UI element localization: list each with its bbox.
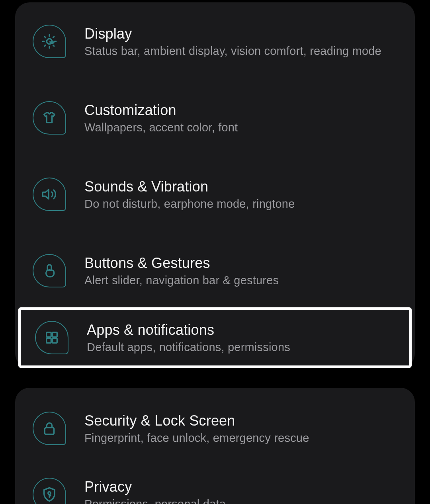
svg-rect-13 bbox=[53, 338, 57, 343]
apps-icon bbox=[35, 321, 68, 354]
settings-group-2: Security & Lock Screen Fingerprint, face… bbox=[15, 388, 415, 504]
settings-item-title: Display bbox=[84, 25, 381, 42]
shield-key-icon bbox=[33, 478, 66, 504]
settings-item-security[interactable]: Security & Lock Screen Fingerprint, face… bbox=[15, 401, 415, 455]
settings-item-apps-notifications[interactable]: Apps & notifications Default apps, notif… bbox=[21, 310, 409, 365]
settings-item-subtitle: Fingerprint, face unlock, emergency resc… bbox=[84, 432, 309, 445]
settings-item-buttons-gestures[interactable]: Buttons & Gestures Alert slider, navigat… bbox=[15, 244, 415, 298]
item-spacer bbox=[15, 145, 415, 167]
svg-line-7 bbox=[45, 45, 45, 46]
settings-item-title: Sounds & Vibration bbox=[84, 178, 295, 195]
settings-item-text: Customization Wallpapers, accent color, … bbox=[84, 102, 238, 134]
item-spacer bbox=[15, 455, 415, 467]
settings-item-subtitle: Permissions, personal data bbox=[84, 498, 226, 504]
svg-marker-9 bbox=[43, 189, 49, 199]
lock-icon bbox=[33, 412, 66, 445]
settings-item-display[interactable]: Display Status bar, ambient display, vis… bbox=[15, 14, 415, 68]
settings-item-title: Privacy bbox=[84, 479, 226, 495]
settings-group-1: Display Status bar, ambient display, vis… bbox=[15, 2, 415, 368]
svg-line-8 bbox=[53, 37, 54, 37]
tshirt-icon bbox=[33, 101, 66, 135]
touch-icon bbox=[33, 254, 66, 287]
settings-item-text: Display Status bar, ambient display, vis… bbox=[84, 25, 381, 58]
settings-item-subtitle: Default apps, notifications, permissions bbox=[87, 341, 290, 354]
settings-item-sounds[interactable]: Sounds & Vibration Do not disturb, earph… bbox=[15, 167, 415, 221]
settings-item-subtitle: Alert slider, navigation bar & gestures bbox=[84, 274, 279, 287]
settings-item-text: Apps & notifications Default apps, notif… bbox=[87, 322, 290, 354]
settings-item-subtitle: Wallpapers, accent color, font bbox=[84, 121, 238, 134]
settings-item-title: Buttons & Gestures bbox=[84, 255, 279, 272]
svg-line-3 bbox=[45, 37, 45, 37]
svg-rect-14 bbox=[45, 428, 54, 434]
item-spacer bbox=[15, 68, 415, 91]
settings-item-title: Customization bbox=[84, 102, 238, 119]
svg-line-4 bbox=[53, 45, 54, 46]
settings-item-title: Apps & notifications bbox=[87, 322, 290, 338]
settings-item-text: Security & Lock Screen Fingerprint, face… bbox=[84, 412, 309, 445]
settings-item-title: Security & Lock Screen bbox=[84, 412, 309, 429]
settings-item-text: Privacy Permissions, personal data bbox=[84, 479, 226, 504]
settings-item-text: Buttons & Gestures Alert slider, navigat… bbox=[84, 255, 279, 287]
settings-item-customization[interactable]: Customization Wallpapers, accent color, … bbox=[15, 91, 415, 145]
svg-rect-10 bbox=[47, 332, 51, 337]
settings-item-text: Sounds & Vibration Do not disturb, earph… bbox=[84, 178, 295, 211]
item-spacer bbox=[15, 221, 415, 244]
item-spacer bbox=[15, 298, 415, 307]
svg-rect-11 bbox=[53, 332, 57, 337]
brightness-icon bbox=[33, 25, 66, 58]
volume-icon bbox=[33, 178, 66, 211]
settings-item-privacy[interactable]: Privacy Permissions, personal data bbox=[15, 467, 415, 504]
settings-item-subtitle: Do not disturb, earphone mode, ringtone bbox=[84, 197, 295, 211]
settings-item-subtitle: Status bar, ambient display, vision comf… bbox=[84, 45, 381, 58]
svg-rect-12 bbox=[47, 338, 51, 343]
selection-highlight: Apps & notifications Default apps, notif… bbox=[18, 307, 412, 368]
